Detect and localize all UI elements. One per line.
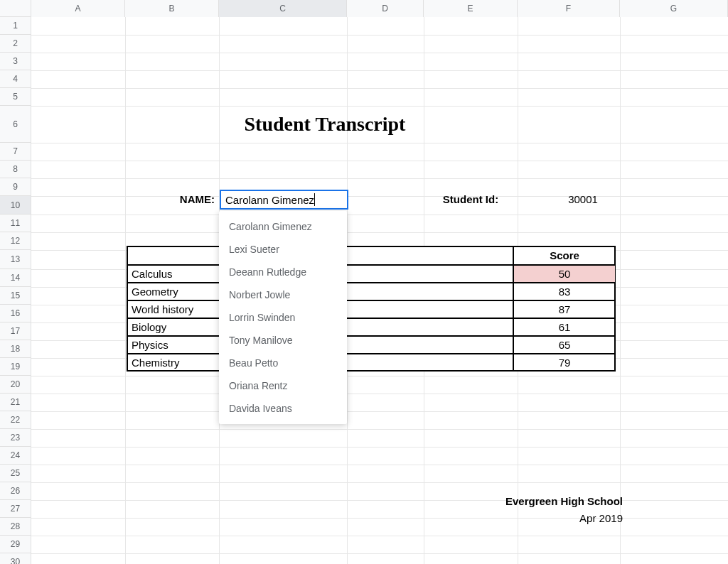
table-row-score-3[interactable]: 61 (513, 318, 616, 336)
row-header-15[interactable]: 15 (0, 287, 31, 305)
dropdown-item-6[interactable]: Beau Petto (219, 352, 347, 374)
row-header-4[interactable]: 4 (0, 70, 31, 88)
dropdown-item-1[interactable]: Lexi Sueter (219, 238, 347, 261)
school-name: Evergreen High School (424, 495, 623, 507)
row-header-16[interactable]: 16 (0, 305, 31, 322)
row-headers: 1234567891011121314151617181920212223242… (0, 17, 31, 564)
table-row-score-1[interactable]: 83 (513, 283, 616, 300)
row-header-13[interactable]: 13 (0, 250, 31, 269)
table-row-score-5[interactable]: 79 (513, 354, 616, 372)
row-header-1[interactable]: 1 (0, 17, 31, 35)
table-row-score-4[interactable]: 65 (513, 336, 616, 354)
dropdown-item-8[interactable]: Davida Iveans (219, 397, 347, 420)
name-dropdown[interactable]: Carolann GimenezLexi SueterDeeann Rutled… (219, 211, 347, 424)
row-header-21[interactable]: 21 (0, 394, 31, 411)
table-row-score-2[interactable]: 87 (513, 300, 616, 318)
column-header-E[interactable]: E (424, 0, 518, 17)
column-header-C[interactable]: C (219, 0, 347, 17)
dropdown-item-7[interactable]: Oriana Rentz (219, 374, 347, 397)
page-title: Student Transcript (31, 106, 619, 143)
row-header-12[interactable]: 12 (0, 232, 31, 250)
name-input-cell[interactable]: Carolann Gimenez (220, 190, 348, 210)
row-header-6[interactable]: 6 (0, 106, 31, 143)
select-all-corner[interactable] (0, 0, 31, 17)
row-header-20[interactable]: 20 (0, 376, 31, 394)
row-header-19[interactable]: 19 (0, 358, 31, 376)
row-header-9[interactable]: 9 (0, 178, 31, 196)
report-date: Apr 2019 (424, 512, 623, 524)
column-header-D[interactable]: D (347, 0, 424, 17)
row-header-29[interactable]: 29 (0, 536, 31, 553)
column-header-A[interactable]: A (31, 0, 125, 17)
row-header-18[interactable]: 18 (0, 340, 31, 358)
row-header-23[interactable]: 23 (0, 429, 31, 447)
name-input-value: Carolann Gimenez (225, 194, 314, 206)
dropdown-item-4[interactable]: Lorrin Swinden (219, 306, 347, 329)
column-header-F[interactable]: F (518, 0, 620, 17)
dropdown-item-3[interactable]: Norbert Jowle (219, 283, 347, 306)
column-headers: ABCDEFG (31, 0, 728, 17)
row-header-25[interactable]: 25 (0, 465, 31, 482)
row-header-30[interactable]: 30 (0, 553, 31, 564)
spreadsheet-viewport: ABCDEFG 12345678910111213141516171819202… (0, 0, 728, 564)
row-header-28[interactable]: 28 (0, 518, 31, 536)
row-header-7[interactable]: 7 (0, 143, 31, 161)
column-header-B[interactable]: B (125, 0, 219, 17)
table-row-score-0[interactable]: 50 (513, 265, 616, 283)
dropdown-item-2[interactable]: Deeann Rutledge (219, 261, 347, 283)
column-header-G[interactable]: G (620, 0, 728, 17)
text-caret (314, 193, 315, 206)
row-header-3[interactable]: 3 (0, 53, 31, 70)
sheet-content[interactable]: Student Transcript NAME: Carolann Gimene… (31, 17, 728, 564)
dropdown-item-0[interactable]: Carolann Gimenez (219, 215, 347, 238)
row-header-8[interactable]: 8 (0, 161, 31, 178)
row-header-5[interactable]: 5 (0, 88, 31, 106)
row-header-24[interactable]: 24 (0, 447, 31, 465)
row-header-14[interactable]: 14 (0, 269, 31, 287)
studentid-value: 30001 (536, 191, 630, 208)
name-label: NAME: (127, 191, 219, 208)
row-header-10[interactable]: 10 (0, 196, 31, 215)
row-header-27[interactable]: 27 (0, 500, 31, 518)
studentid-label: Student Id: (424, 191, 518, 208)
row-header-2[interactable]: 2 (0, 35, 31, 53)
row-header-26[interactable]: 26 (0, 482, 31, 500)
row-header-22[interactable]: 22 (0, 411, 31, 429)
table-header-score[interactable]: Score (513, 246, 616, 265)
row-header-11[interactable]: 11 (0, 215, 31, 232)
row-header-17[interactable]: 17 (0, 322, 31, 340)
dropdown-item-5[interactable]: Tony Manilove (219, 329, 347, 352)
